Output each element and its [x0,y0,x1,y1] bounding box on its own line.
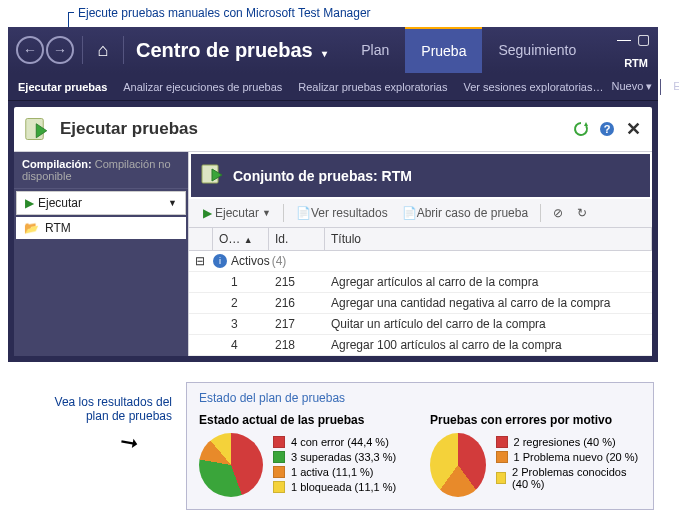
subnav-sesiones[interactable]: Ver sesiones exploratorias… [459,77,607,97]
close-button[interactable]: ✕ [624,120,642,138]
run-label: Ejecutar [38,196,82,210]
toolbar-open-case[interactable]: 📄 Abrir caso de prueba [396,203,534,223]
compilation-info: Compilación: Compilación no disponible [14,152,188,189]
arrow-icon: ➞ [118,429,140,458]
help-button[interactable]: ? [598,120,616,138]
grid-header-order[interactable]: O… ▲ [213,228,269,250]
legend-item: 1 bloqueada (11,1 %) [273,481,396,493]
group-name: Activos [231,254,270,268]
cell-title: Agregar artículos al carro de la compra [325,272,652,292]
legend-item: 3 superadas (33,3 %) [273,451,396,463]
tab-seguimiento[interactable]: Seguimiento [482,28,592,72]
content-area: Ejecutar pruebas ? ✕ Compilación: Compil… [14,107,652,356]
window-controls: — ▢ [617,31,650,47]
forward-button[interactable]: → [46,36,74,64]
table-row[interactable]: 2216Agregar una cantidad negativa al car… [189,293,652,314]
suite-header: Conjunto de pruebas: RTM [191,154,650,197]
app-window: ← → ⌂ Centro de pruebas ▾ Plan Prueba Se… [8,27,658,362]
rtm-label: RTM [624,57,648,69]
home-button[interactable]: ⌂ [89,36,117,64]
page-header-actions: ? ✕ [572,120,642,138]
separator [123,36,124,64]
chevron-down-icon: ▾ [322,48,327,59]
table-row[interactable]: 3217Quitar un artículo del carro de la c… [189,314,652,335]
separator [82,36,83,64]
toolbar-reset[interactable]: ↻ [571,203,593,223]
legend-label: 2 regresiones (40 %) [514,436,616,448]
results-icon: 📄 [296,206,311,220]
legend-item: 1 Problema nuevo (20 %) [496,451,642,463]
subnav-ejecutar-pruebas[interactable]: Ejecutar pruebas [14,77,111,97]
legend: 2 regresiones (40 %)1 Problema nuevo (20… [496,433,642,497]
annotation-line-tick [68,12,74,13]
subnav-abiertos[interactable]: Elementos abiertos (0) ▾ [669,76,679,97]
toolbar: ▶ Ejecutar ▼ 📄 Ver resultados 📄 Abrir ca… [189,199,652,228]
subnav-nuevo[interactable]: Nuevo ▾ [607,76,656,97]
subnav-analizar[interactable]: Analizar ejecuciones de pruebas [119,77,286,97]
chevron-down-icon: ▾ [646,80,652,92]
toolbar-run[interactable]: ▶ Ejecutar ▼ [197,203,277,223]
app-title-text: Centro de pruebas [136,39,313,61]
chevron-down-icon: ▼ [262,208,271,218]
legend-label: 4 con error (44,4 %) [291,436,389,448]
info-badge-icon: i [213,254,227,268]
status-panel: Estado del plan de pruebas Estado actual… [186,382,654,510]
subnav: Ejecutar pruebas Analizar ejecuciones de… [8,73,658,101]
cell-id: 218 [269,335,325,355]
pie-chart [199,433,263,497]
refresh-button[interactable] [572,120,590,138]
group-row-activos[interactable]: ⊟ i Activos (4) [189,251,652,272]
legend-label: 1 activa (11,1 %) [291,466,374,478]
app-title-dropdown[interactable]: Centro de pruebas ▾ [136,39,327,62]
tab-prueba[interactable]: Prueba [405,27,482,73]
swatch [273,436,285,448]
suite-item-rtm[interactable]: 📂 RTM [16,217,186,239]
grid-header-blank[interactable] [189,228,213,250]
table-row[interactable]: 4218Agregar 100 artículos al carro de la… [189,335,652,356]
legend-item: 4 con error (44,4 %) [273,436,396,448]
svg-marker-2 [584,122,588,126]
toolbar-results[interactable]: 📄 Ver resultados [290,203,394,223]
separator [540,204,541,222]
grid-header-id[interactable]: Id. [269,228,325,250]
run-dropdown[interactable]: ▶ Ejecutar ▼ [16,191,186,215]
compilation-label: Compilación: [22,158,92,170]
swatch [273,481,285,493]
separator [283,204,284,222]
group-count: (4) [272,254,287,268]
swatch [273,451,285,463]
page-title: Ejecutar pruebas [60,119,198,139]
cell-title: Agregar una cantidad negativa al carro d… [325,293,652,313]
cell-title: Quitar un artículo del carro de la compr… [325,314,652,334]
chart-column: Estado actual de las pruebas4 con error … [199,413,410,497]
back-button[interactable]: ← [16,36,44,64]
folder-icon: 📂 [24,221,39,235]
annotation-top: Ejecute pruebas manuales con Microsoft T… [78,6,371,20]
cell-id: 217 [269,314,325,334]
legend-label: 2 Problemas conocidos (40 %) [512,466,641,490]
titlebar: ← → ⌂ Centro de pruebas ▾ Plan Prueba Se… [8,27,658,73]
block-icon: ⊘ [553,206,563,220]
legend-label: 1 Problema nuevo (20 %) [514,451,639,463]
chevron-down-icon: ▼ [168,198,177,208]
toolbar-open-case-label: Abrir caso de prueba [417,206,528,220]
legend-item: 1 activa (11,1 %) [273,466,396,478]
grid-header-title[interactable]: Título [325,228,652,250]
chart-title: Estado actual de las pruebas [199,413,410,427]
minimize-button[interactable]: — [617,31,631,47]
left-panel-fill [14,241,188,341]
collapse-icon[interactable]: ⊟ [195,254,209,268]
maximize-button[interactable]: ▢ [637,31,650,47]
cell-id: 216 [269,293,325,313]
swatch [273,466,285,478]
subnav-exploratorias[interactable]: Realizar pruebas exploratorias [294,77,451,97]
toolbar-block[interactable]: ⊘ [547,203,569,223]
suite-icon [201,162,225,189]
legend-item: 2 regresiones (40 %) [496,436,642,448]
svg-text:?: ? [604,123,611,135]
legend-item: 2 Problemas conocidos (40 %) [496,466,642,490]
play-icon: ▶ [25,196,34,210]
tab-plan[interactable]: Plan [345,28,405,72]
table-row[interactable]: 1215Agregar artículos al carro de la com… [189,272,652,293]
cell-blank [189,314,213,334]
